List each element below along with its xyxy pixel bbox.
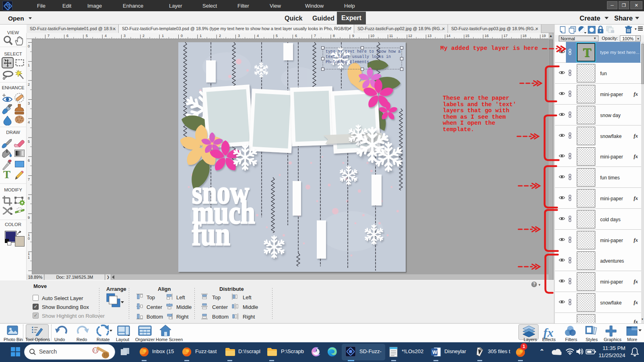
svg-text:8: 8	[333, 34, 335, 38]
svg-text:5: 5	[86, 34, 88, 38]
svg-text:text layer usually looks in: text layer usually looks in	[326, 55, 391, 59]
svg-text:9: 9	[352, 34, 354, 38]
svg-text:15: 15	[465, 34, 469, 38]
svg-text:7: 7	[314, 34, 316, 38]
svg-text:16: 16	[485, 34, 489, 38]
svg-text:fun: fun	[192, 216, 230, 252]
svg-text:1: 1	[28, 63, 30, 67]
svg-text:5: 5	[28, 140, 30, 144]
svg-text:1: 1	[162, 34, 164, 38]
svg-text:9: 9	[28, 216, 30, 220]
svg-text:6: 6	[66, 34, 68, 38]
svg-text:2: 2	[142, 34, 144, 38]
svg-text:3: 3	[124, 34, 126, 38]
svg-text:17: 17	[504, 34, 508, 38]
svg-text:1: 1	[28, 255, 30, 259]
svg-text:W: W	[432, 349, 438, 355]
svg-text:6: 6	[295, 34, 297, 38]
svg-text:4: 4	[105, 34, 107, 38]
svg-text:10: 10	[370, 34, 374, 38]
svg-text:7: 7	[28, 177, 30, 181]
svg-text:19: 19	[542, 34, 546, 38]
svg-text:1: 1	[200, 34, 202, 38]
svg-text:3: 3	[28, 101, 30, 105]
svg-text:0: 0	[181, 34, 183, 38]
svg-text:8: 8	[28, 196, 30, 200]
svg-text:0: 0	[28, 237, 30, 241]
svg-text:2: 2	[28, 82, 30, 86]
svg-text:18: 18	[522, 34, 526, 38]
svg-text:4: 4	[257, 34, 259, 38]
svg-text:Photoshop Elements.: Photoshop Elements.	[326, 60, 372, 64]
svg-text:3: 3	[238, 34, 240, 38]
svg-text:0: 0	[28, 44, 30, 48]
svg-text:13: 13	[427, 34, 431, 38]
svg-text:5: 5	[276, 34, 278, 38]
svg-text:7: 7	[47, 34, 50, 38]
svg-text:14: 14	[446, 34, 450, 38]
svg-text:12: 12	[408, 34, 412, 38]
svg-text:11: 11	[389, 34, 393, 38]
svg-text:4: 4	[28, 120, 30, 124]
svg-text:2: 2	[219, 34, 221, 38]
svg-text:type my text here to show how: type my text here to show how a	[326, 49, 400, 54]
svg-text:6: 6	[28, 158, 30, 162]
